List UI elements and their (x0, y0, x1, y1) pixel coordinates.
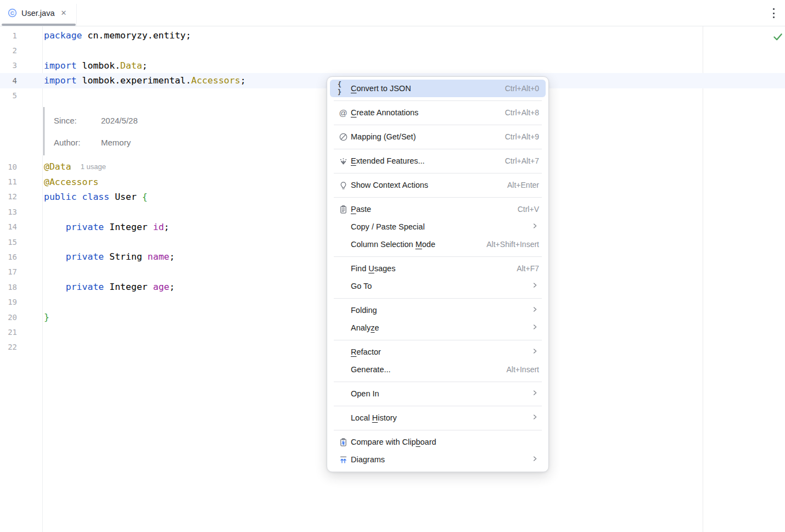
menu-item-right: Ctrl+Alt+8 (505, 108, 539, 117)
menu-item-local-history[interactable]: Local History (330, 409, 546, 427)
line-number[interactable]: 15 (0, 238, 42, 247)
code-token: lombok.experimental. (82, 75, 192, 86)
line-number[interactable]: 21 (0, 328, 42, 337)
label-text: Go To (351, 282, 372, 290)
label-text: onvert to JSON (356, 84, 411, 93)
code-token (44, 222, 66, 232)
line-number[interactable]: 5 (0, 91, 42, 100)
code-token: Integer (109, 282, 153, 292)
menu-item-shortcut: Ctrl+Alt+7 (505, 156, 539, 165)
menu-item-right: Ctrl+Alt+0 (505, 84, 539, 93)
menu-item-analyze[interactable]: Analyze (330, 319, 546, 337)
active-tab-indicator (2, 24, 76, 26)
code-token: String (109, 251, 148, 262)
label-text: Show Context Actions (351, 181, 428, 189)
menu-item-open-in[interactable]: Open In (330, 385, 546, 402)
menu-item-compare-with-clipboard[interactable]: Compare with Clipboard (330, 433, 546, 451)
usages-inlay-hint[interactable]: 1 usage (81, 163, 106, 171)
menu-item-right: Ctrl+Alt+7 (505, 156, 539, 165)
menu-item-copy-paste-special[interactable]: Copy / Paste Special (330, 218, 546, 236)
editor-context-menu: { }Convert to JSONCtrl+Alt+0@Create Anno… (327, 76, 549, 472)
line-number[interactable]: 18 (0, 283, 42, 292)
code-line[interactable]: 2 (0, 43, 785, 58)
green-check-icon[interactable] (772, 31, 784, 43)
menu-item-create-annotations[interactable]: @Create AnnotationsCtrl+Alt+8 (330, 104, 546, 121)
menu-item-diagrams[interactable]: Diagrams (330, 451, 546, 468)
close-tab-icon[interactable]: ✕ (60, 9, 66, 16)
menu-item-right (531, 413, 539, 423)
line-number[interactable]: 11 (0, 177, 42, 186)
line-number[interactable]: 10 (0, 163, 42, 171)
menu-item-right (531, 323, 539, 333)
code-token: cn.memoryzy.entity; (87, 30, 191, 41)
menu-item-label: Open In (351, 389, 379, 398)
chevron-right-icon (531, 389, 539, 399)
line-number[interactable]: 17 (0, 267, 42, 276)
code-token: name (148, 251, 170, 262)
doc-since-line: Since:2024/5/28 (54, 116, 273, 126)
line-number[interactable]: 22 (0, 343, 42, 351)
menu-item-mapping-get-set[interactable]: Mapping (Get/Set)Ctrl+Alt+9 (330, 128, 546, 145)
menu-item-extended-features[interactable]: Extended Features...Ctrl+Alt+7 (330, 152, 546, 170)
menu-item-show-context-actions[interactable]: Show Context ActionsAlt+Enter (330, 176, 546, 194)
code-token: ; (240, 75, 246, 86)
menu-item-right: Alt+Insert (506, 365, 539, 374)
menu-item-column-selection-mode[interactable]: Column Selection ModeAlt+Shift+Insert (330, 236, 546, 253)
line-number[interactable]: 12 (0, 192, 42, 201)
label-text: Diagrams (351, 455, 385, 464)
label-text: Column Selection (351, 240, 416, 249)
kebab-dot (773, 13, 775, 14)
menu-item-paste[interactable]: PasteCtrl+V (330, 200, 546, 218)
chevron-right-icon (531, 455, 539, 464)
code-token: @Data (44, 161, 71, 172)
code-token: public class (44, 192, 115, 202)
no-icon (338, 281, 349, 291)
menu-separator (334, 430, 542, 430)
label-text: Analy (351, 323, 371, 332)
menu-separator (334, 382, 542, 382)
menu-item-go-to[interactable]: Go To (330, 277, 546, 295)
menu-item-label: Convert to JSON (351, 84, 411, 93)
menu-item-right (531, 281, 539, 291)
line-number[interactable]: 2 (0, 46, 42, 55)
line-number[interactable]: 3 (0, 61, 42, 70)
tab-user-java[interactable]: C User.java ✕ (0, 0, 77, 26)
code-token: import (44, 75, 82, 86)
menu-item-convert-to-json[interactable]: { }Convert to JSONCtrl+Alt+0 (330, 80, 546, 97)
line-number[interactable]: 19 (0, 298, 42, 306)
menu-item-right (531, 455, 539, 464)
line-number[interactable]: 4 (0, 76, 42, 85)
label-text: e (375, 323, 379, 332)
menu-item-refactor[interactable]: Refactor (330, 343, 546, 361)
menu-separator (334, 149, 542, 149)
menu-item-label: Diagrams (351, 455, 385, 464)
code-token (44, 282, 66, 292)
menu-item-label: Mapping (Get/Set) (351, 132, 416, 141)
menu-item-label: Create Annotations (351, 108, 418, 117)
line-number[interactable]: 13 (0, 208, 42, 216)
menu-item-right (531, 347, 539, 357)
more-options-kebab-icon[interactable] (769, 7, 778, 19)
menu-item-generate[interactable]: Generate...Alt+Insert (330, 361, 546, 378)
code-line[interactable]: 1package cn.memoryzy.entity; (0, 28, 785, 43)
menu-item-right: Alt+F7 (517, 264, 539, 273)
menu-item-folding[interactable]: Folding (330, 301, 546, 319)
line-number[interactable]: 16 (0, 253, 42, 261)
label-mnemonic: U (368, 264, 374, 273)
menu-item-label: Generate... (351, 365, 391, 374)
menu-item-find-usages[interactable]: Find UsagesAlt+F7 (330, 260, 546, 277)
line-number[interactable]: 1 (0, 31, 42, 40)
line-number[interactable]: 20 (0, 313, 42, 322)
code-token: Accessors (191, 75, 240, 86)
doc-since-value: 2024/5/28 (101, 116, 138, 125)
label-text: istory (378, 413, 397, 422)
doc-author-value: Memory (101, 138, 131, 147)
no-icon (338, 365, 349, 374)
label-text: Mapping (Get/Set) (351, 132, 416, 141)
menu-item-label: Folding (351, 306, 377, 315)
line-number[interactable]: 14 (0, 222, 42, 231)
menu-separator (334, 125, 542, 125)
label-text: Find (351, 264, 368, 273)
code-token: { (142, 192, 148, 202)
code-line[interactable]: 3import lombok.Data; (0, 58, 785, 73)
